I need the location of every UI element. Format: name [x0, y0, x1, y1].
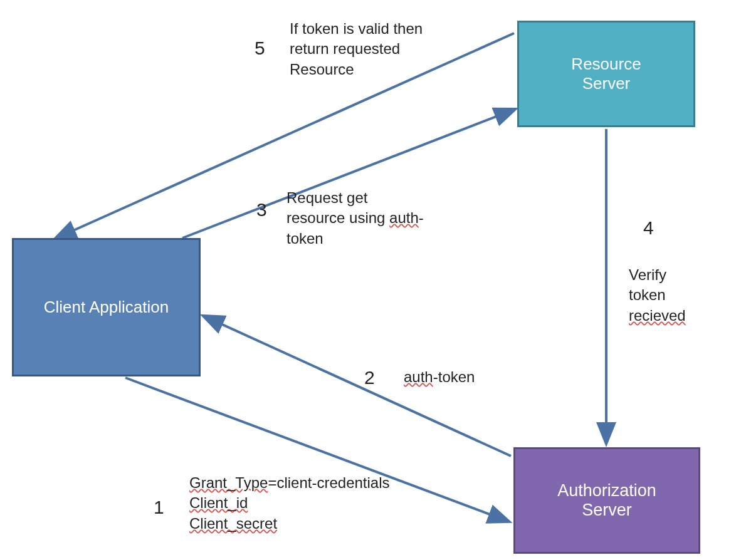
step-3-label-d: -: [419, 209, 424, 226]
step-4-label-b: token: [629, 286, 666, 303]
node-client-application: Client Application: [12, 238, 201, 376]
step-1-label-a: Grant_Type: [189, 474, 268, 491]
step-2-label-a: auth: [404, 368, 433, 385]
node-client-label: Client Application: [44, 298, 169, 317]
step-5-label-b: return requested: [290, 40, 400, 57]
step-4-label-c: recieved: [629, 307, 686, 324]
step-3-label: Request get resource using auth- token: [287, 188, 431, 249]
step-4-label-a: Verify: [629, 266, 666, 283]
step-3-label-e: token: [287, 230, 323, 247]
step-2-label-b: -token: [433, 368, 475, 385]
step-2-number: 2: [364, 367, 375, 388]
step-5-label-c: Resource: [290, 61, 354, 78]
step-2-label: auth-token: [404, 367, 475, 387]
step-1-label-b: =client-credentials: [268, 474, 389, 491]
step-5-label-a: If token is valid then: [290, 20, 423, 37]
step-4-label: Verify token recieved: [629, 265, 717, 326]
step-3-number: 3: [256, 199, 267, 220]
step-5-label: If token is valid then return requested …: [290, 19, 453, 80]
step-1-number: 1: [154, 497, 164, 518]
step-3-label-b: resource using: [287, 209, 389, 226]
step-1-label-d: Client_secret: [189, 515, 277, 532]
step-5-number: 5: [255, 38, 265, 59]
step-3-label-c: auth: [389, 209, 419, 226]
step-1-label: Grant_Type=client-credentials Client_id …: [189, 473, 428, 534]
node-authorization-server: Authorization Server: [513, 447, 700, 554]
node-auth-label: Authorization Server: [538, 481, 676, 520]
step-4-number: 4: [643, 217, 654, 239]
node-resource-server: Resource Server: [517, 21, 695, 127]
step-3-label-a: Request get: [287, 189, 367, 206]
step-1-label-c: Client_id: [189, 494, 248, 511]
node-resource-label: Resource Server: [553, 54, 660, 93]
